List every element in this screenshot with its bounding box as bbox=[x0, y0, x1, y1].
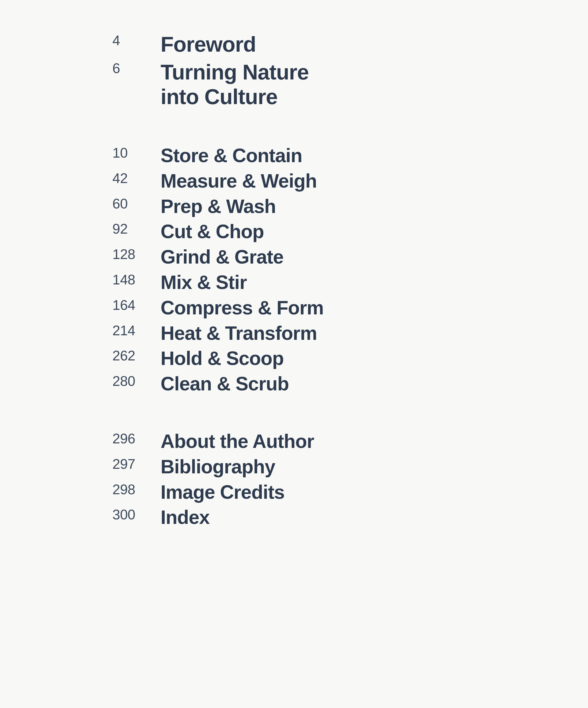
chapter-title: Hold & Scoop bbox=[160, 347, 284, 370]
list-item: 42 Measure & Weigh bbox=[112, 170, 324, 192]
list-item: 4 Foreword bbox=[112, 32, 324, 57]
list-item: 298 Image Credits bbox=[112, 481, 324, 503]
chapters-section: 10 Store & Contain 42 Measure & Weigh 60… bbox=[112, 145, 324, 398]
list-item: 10 Store & Contain bbox=[112, 145, 324, 167]
chapter-title: Bibliography bbox=[160, 456, 275, 478]
page-number: 6 bbox=[112, 60, 160, 77]
page-number: 214 bbox=[112, 322, 160, 339]
list-item: 6 Turning Nature into Culture bbox=[112, 60, 324, 109]
chapter-title: Grind & Grate bbox=[160, 246, 284, 268]
list-item: 296 About the Author bbox=[112, 430, 324, 452]
page-number: 92 bbox=[112, 220, 160, 237]
page-number: 280 bbox=[112, 373, 160, 389]
chapter-title: Turning Nature into Culture bbox=[160, 60, 308, 109]
chapter-title: Heat & Transform bbox=[160, 322, 317, 344]
chapter-title: Image Credits bbox=[160, 481, 285, 503]
page-number: 296 bbox=[112, 430, 160, 447]
chapter-title: Index bbox=[160, 506, 210, 528]
intro-section: 4 Foreword 6 Turning Nature into Culture bbox=[112, 32, 324, 112]
chapter-title: Foreword bbox=[160, 32, 256, 57]
chapter-title: Compress & Form bbox=[160, 297, 324, 319]
list-item: 92 Cut & Chop bbox=[112, 220, 324, 243]
chapter-title: Mix & Stir bbox=[160, 271, 247, 294]
list-item: 214 Heat & Transform bbox=[112, 322, 324, 344]
page-number: 300 bbox=[112, 506, 160, 523]
list-item: 297 Bibliography bbox=[112, 456, 324, 478]
list-item: 300 Index bbox=[112, 506, 324, 528]
chapter-title: About the Author bbox=[160, 430, 314, 452]
page-number: 60 bbox=[112, 195, 160, 212]
chapter-title: Cut & Chop bbox=[160, 220, 264, 243]
page-number: 262 bbox=[112, 347, 160, 364]
list-item: 280 Clean & Scrub bbox=[112, 373, 324, 395]
chapter-title: Measure & Weigh bbox=[160, 170, 317, 192]
page-number: 148 bbox=[112, 271, 160, 288]
page-number: 42 bbox=[112, 170, 160, 186]
list-item: 262 Hold & Scoop bbox=[112, 347, 324, 370]
section-divider bbox=[112, 112, 324, 145]
back-matter-section: 296 About the Author 297 Bibliography 29… bbox=[112, 430, 324, 532]
page-number: 298 bbox=[112, 481, 160, 498]
chapter-title: Prep & Wash bbox=[160, 195, 276, 217]
page-number: 128 bbox=[112, 246, 160, 263]
page: 4 Foreword 6 Turning Nature into Culture… bbox=[0, 0, 588, 708]
list-item: 164 Compress & Form bbox=[112, 297, 324, 319]
page-number: 4 bbox=[112, 32, 160, 49]
page-number: 297 bbox=[112, 456, 160, 472]
chapter-title: Store & Contain bbox=[160, 145, 302, 167]
list-item: 128 Grind & Grate bbox=[112, 246, 324, 268]
chapter-title: Clean & Scrub bbox=[160, 373, 289, 395]
section-divider bbox=[112, 398, 324, 430]
list-item: 60 Prep & Wash bbox=[112, 195, 324, 217]
page-number: 10 bbox=[112, 145, 160, 161]
list-item: 148 Mix & Stir bbox=[112, 271, 324, 294]
page-number: 164 bbox=[112, 297, 160, 313]
table-of-contents: 4 Foreword 6 Turning Nature into Culture… bbox=[112, 32, 324, 532]
